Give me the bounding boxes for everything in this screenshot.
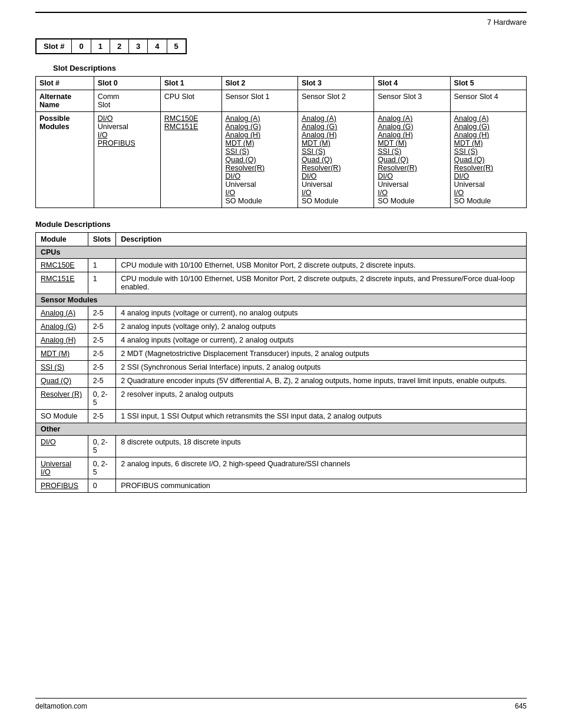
- module-dio-slots: 0, 2-5: [88, 436, 116, 457]
- group-other-label: Other: [36, 423, 527, 436]
- col-module: Module: [36, 233, 88, 246]
- col-slot-3: Slot 3: [297, 77, 373, 90]
- slot-descriptions-title: Slot Descriptions: [53, 64, 527, 73]
- module-univ-name: Universal I/O: [36, 457, 88, 479]
- module-profibus-name: PROFIBUS: [36, 479, 88, 493]
- alternate-name-label: AlternateName: [36, 90, 94, 112]
- module-quad-slots: 2-5: [88, 374, 116, 388]
- group-other: Other: [36, 423, 527, 436]
- page-footer: deltamotion.com 645: [35, 698, 527, 710]
- module-ssi-name: SSI (S): [36, 361, 88, 374]
- slot-diagram-label: Slot #: [37, 39, 72, 53]
- slot1-modules: RMC150E RMC151E: [160, 112, 222, 208]
- possible-modules-label: PossibleModules: [36, 112, 94, 208]
- module-analog-g: Analog (G) 2-5 2 analog inputs (voltage …: [36, 320, 527, 334]
- slot0-modules: DI/O Universal I/O PROFIBUS: [94, 112, 160, 208]
- module-rmc151e: RMC151E 1 CPU module with 10/100 Etherne…: [36, 272, 527, 294]
- module-analog-h-name: Analog (H): [36, 334, 88, 347]
- slot2-modules: Analog (A) Analog (G) Analog (H) MDT (M)…: [222, 112, 297, 208]
- slot4-alt-name: Sensor Slot 3: [374, 90, 450, 112]
- module-mdt-desc: 2 MDT (Magnetostrictive Displacement Tra…: [116, 347, 527, 361]
- col-slot-1: Slot 1: [160, 77, 222, 90]
- module-analog-g-name: Analog (G): [36, 320, 88, 334]
- module-rmc150e: RMC150E 1 CPU module with 10/100 Etherne…: [36, 259, 527, 272]
- module-resolver-name: Resolver (R): [36, 388, 88, 410]
- col-slot-5: Slot 5: [450, 77, 526, 90]
- module-rmc150e-name: RMC150E: [36, 259, 88, 272]
- group-sensor-label: Sensor Modules: [36, 294, 527, 307]
- col-slot-0: Slot 0: [94, 77, 160, 90]
- col-slots: Slots: [88, 233, 116, 246]
- module-so-desc: 1 SSI input, 1 SSI Output which retransm…: [116, 410, 527, 423]
- possible-modules-row: PossibleModules DI/O Universal I/O PROFI…: [36, 112, 527, 208]
- slot5-alt-name: Sensor Slot 4: [450, 90, 526, 112]
- module-dio-desc: 8 discrete outputs, 18 discrete inputs: [116, 436, 527, 457]
- slot3-modules: Analog (A) Analog (G) Analog (H) MDT (M)…: [297, 112, 373, 208]
- module-resolver-r: Resolver (R) 0, 2-5 2 resolver inputs, 2…: [36, 388, 527, 410]
- group-sensor-modules: Sensor Modules: [36, 294, 527, 307]
- module-ssi-desc: 2 SSI (Synchronous Serial Interface) inp…: [116, 361, 527, 374]
- module-mdt-slots: 2-5: [88, 347, 116, 361]
- module-rmc151e-slots: 1: [88, 272, 116, 294]
- slot-5: 5: [167, 39, 186, 53]
- module-rmc150e-slots: 1: [88, 259, 116, 272]
- slot-2: 2: [110, 39, 129, 53]
- module-profibus: PROFIBUS 0 PROFIBUS communication: [36, 479, 527, 493]
- module-analog-h-slots: 2-5: [88, 334, 116, 347]
- module-mdt-m: MDT (M) 2-5 2 MDT (Magnetostrictive Disp…: [36, 347, 527, 361]
- slot-0: 0: [72, 39, 91, 53]
- slot-table-header-row: Slot # Slot 0 Slot 1 Slot 2 Slot 3 Slot …: [36, 77, 527, 90]
- slot-descriptions-table: Slot # Slot 0 Slot 1 Slot 2 Slot 3 Slot …: [35, 76, 527, 208]
- module-so-module: SO Module 2-5 1 SSI input, 1 SSI Output …: [36, 410, 527, 423]
- module-analog-a-desc: 4 analog inputs (voltage or current), no…: [116, 307, 527, 320]
- slot3-alt-name: Sensor Slot 2: [297, 90, 373, 112]
- slot4-modules: Analog (A) Analog (G) Analog (H) MDT (M)…: [374, 112, 450, 208]
- module-resolver-slots: 0, 2-5: [88, 388, 116, 410]
- page-header: 7 Hardware: [35, 12, 527, 27]
- alternate-name-row: AlternateName CommSlot CPU Slot Sensor S…: [36, 90, 527, 112]
- col-slot-num: Slot #: [36, 77, 94, 90]
- group-cpus-label: CPUs: [36, 246, 527, 259]
- footer-left: deltamotion.com: [35, 702, 87, 710]
- module-mdt-name: MDT (M): [36, 347, 88, 361]
- slot2-alt-name: Sensor Slot 1: [222, 90, 297, 112]
- module-analog-a-name: Analog (A): [36, 307, 88, 320]
- module-rmc151e-desc: CPU module with 10/100 Ethernet, USB Mon…: [116, 272, 527, 294]
- module-resolver-desc: 2 resolver inputs, 2 analog outputs: [116, 388, 527, 410]
- header-text: 7 Hardware: [487, 18, 527, 27]
- slot-3: 3: [129, 39, 148, 53]
- module-rmc151e-name: RMC151E: [36, 272, 88, 294]
- slot-diagram: Slot # 0 1 2 3 4 5: [35, 38, 187, 54]
- slot1-alt-name: CPU Slot: [160, 90, 222, 112]
- module-table-header: Module Slots Description: [36, 233, 527, 246]
- module-analog-g-desc: 2 analog inputs (voltage only), 2 analog…: [116, 320, 527, 334]
- slot0-alt-name: CommSlot: [94, 90, 160, 112]
- module-ssi-s: SSI (S) 2-5 2 SSI (Synchronous Serial In…: [36, 361, 527, 374]
- module-profibus-desc: PROFIBUS communication: [116, 479, 527, 493]
- module-univ-desc: 2 analog inputs, 6 discrete I/O, 2 high-…: [116, 457, 527, 479]
- module-ssi-slots: 2-5: [88, 361, 116, 374]
- module-dio-name: DI/O: [36, 436, 88, 457]
- module-quad-q: Quad (Q) 2-5 2 Quadrature encoder inputs…: [36, 374, 527, 388]
- slot-1: 1: [91, 39, 110, 53]
- module-dio: DI/O 0, 2-5 8 discrete outputs, 18 discr…: [36, 436, 527, 457]
- col-slot-2: Slot 2: [222, 77, 297, 90]
- module-descriptions-title: Module Descriptions: [35, 220, 527, 229]
- module-quad-name: Quad (Q): [36, 374, 88, 388]
- module-profibus-slots: 0: [88, 479, 116, 493]
- module-rmc150e-desc: CPU module with 10/100 Ethernet, USB Mon…: [116, 259, 527, 272]
- module-quad-desc: 2 Quadrature encoder inputs (5V differen…: [116, 374, 527, 388]
- module-analog-g-slots: 2-5: [88, 320, 116, 334]
- module-analog-a-slots: 2-5: [88, 307, 116, 320]
- module-analog-h: Analog (H) 2-5 4 analog inputs (voltage …: [36, 334, 527, 347]
- module-descriptions-table: Module Slots Description CPUs RMC150E 1 …: [35, 232, 527, 493]
- module-analog-h-desc: 4 analog inputs (voltage or current), 2 …: [116, 334, 527, 347]
- module-universal-io: Universal I/O 0, 2-5 2 analog inputs, 6 …: [36, 457, 527, 479]
- module-univ-slots: 0, 2-5: [88, 457, 116, 479]
- footer-right: 645: [515, 702, 527, 710]
- col-description: Description: [116, 233, 527, 246]
- module-analog-a: Analog (A) 2-5 4 analog inputs (voltage …: [36, 307, 527, 320]
- module-so-name: SO Module: [36, 410, 88, 423]
- slot5-modules: Analog (A) Analog (G) Analog (H) MDT (M)…: [450, 112, 526, 208]
- slot-4: 4: [148, 39, 167, 53]
